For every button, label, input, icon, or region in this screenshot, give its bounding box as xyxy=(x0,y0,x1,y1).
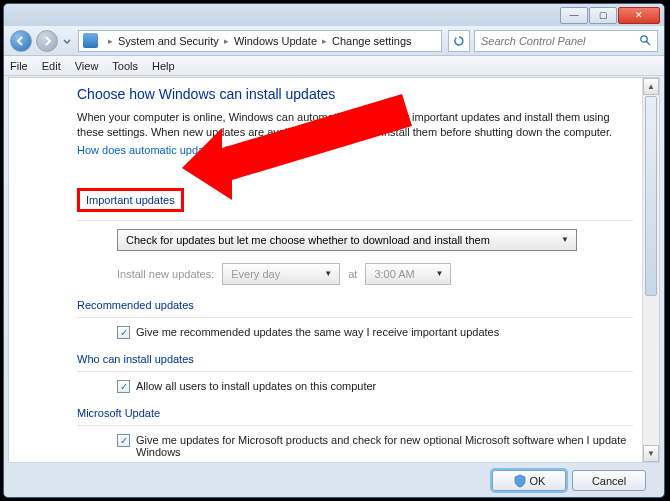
recommended-label: Give me recommended updates the same way… xyxy=(136,326,499,338)
search-box[interactable] xyxy=(474,30,658,52)
dialog-buttons: OK Cancel xyxy=(486,470,646,491)
schedule-frequency-dropdown[interactable]: Every day ▼ xyxy=(222,263,340,285)
window-frame: — ▢ ✕ ▸ System and Security ▸ Windows Up… xyxy=(3,3,665,498)
control-panel-icon xyxy=(83,33,98,48)
vertical-scrollbar[interactable]: ▲ ▼ xyxy=(642,78,659,462)
at-label: at xyxy=(348,268,357,280)
chevron-down-icon: ▼ xyxy=(432,267,446,281)
schedule-time-value: 3:00 AM xyxy=(374,268,414,280)
who-label: Allow all users to install updates on th… xyxy=(136,380,376,392)
cancel-button[interactable]: Cancel xyxy=(572,470,646,491)
forward-button[interactable] xyxy=(36,30,58,52)
scroll-down-button[interactable]: ▼ xyxy=(643,445,659,462)
menu-edit[interactable]: Edit xyxy=(42,60,61,72)
nav-bar: ▸ System and Security ▸ Windows Update ▸… xyxy=(4,26,664,56)
intro-text: When your computer is online, Windows ca… xyxy=(77,110,633,140)
content-area: Choose how Windows can install updates W… xyxy=(8,77,660,463)
close-button[interactable]: ✕ xyxy=(618,7,660,24)
titlebar: — ▢ ✕ xyxy=(4,4,664,26)
scroll-up-button[interactable]: ▲ xyxy=(643,78,659,95)
section-recommended-updates: Recommended updates xyxy=(77,299,633,311)
chevron-down-icon: ▼ xyxy=(321,267,335,281)
refresh-button[interactable] xyxy=(448,30,470,52)
chevron-right-icon: ▸ xyxy=(108,36,113,46)
section-important-updates: Important updates xyxy=(77,188,184,212)
menu-view[interactable]: View xyxy=(75,60,99,72)
chevron-down-icon: ▼ xyxy=(558,233,572,247)
scroll-thumb[interactable] xyxy=(645,96,657,296)
section-who-install: Who can install updates xyxy=(77,353,633,365)
minimize-button[interactable]: — xyxy=(560,7,588,24)
update-policy-dropdown[interactable]: Check for updates but let me choose whet… xyxy=(117,229,577,251)
msupdate-label: Give me updates for Microsoft products a… xyxy=(136,434,633,458)
menu-tools[interactable]: Tools xyxy=(112,60,138,72)
menu-file[interactable]: File xyxy=(10,60,28,72)
svg-line-1 xyxy=(647,41,651,45)
search-input[interactable] xyxy=(475,35,639,47)
menu-bar: File Edit View Tools Help xyxy=(4,56,664,76)
search-icon[interactable] xyxy=(639,34,657,48)
crumb-change-settings[interactable]: Change settings xyxy=(332,35,412,47)
recommended-checkbox[interactable]: ✓ xyxy=(117,326,130,339)
chevron-right-icon: ▸ xyxy=(224,36,229,46)
svg-point-0 xyxy=(641,35,647,41)
schedule-row: Install new updates: Every day ▼ at 3:00… xyxy=(117,263,633,285)
schedule-time-dropdown[interactable]: 3:00 AM ▼ xyxy=(365,263,451,285)
msupdate-checkbox[interactable]: ✓ xyxy=(117,434,130,447)
ok-label: OK xyxy=(530,475,546,487)
page-title: Choose how Windows can install updates xyxy=(77,86,633,102)
update-policy-value: Check for updates but let me choose whet… xyxy=(126,234,490,246)
breadcrumb[interactable]: ▸ System and Security ▸ Windows Update ▸… xyxy=(78,30,442,52)
crumb-system-security[interactable]: System and Security xyxy=(118,35,219,47)
ok-button[interactable]: OK xyxy=(492,470,566,491)
history-dropdown-icon[interactable] xyxy=(62,30,72,52)
back-button[interactable] xyxy=(10,30,32,52)
schedule-frequency-value: Every day xyxy=(231,268,280,280)
section-microsoft-update: Microsoft Update xyxy=(77,407,633,419)
how-auto-update-link[interactable]: How does automatic updating help me? xyxy=(77,144,633,156)
menu-help[interactable]: Help xyxy=(152,60,175,72)
schedule-label: Install new updates: xyxy=(117,268,214,280)
who-checkbox[interactable]: ✓ xyxy=(117,380,130,393)
crumb-windows-update[interactable]: Windows Update xyxy=(234,35,317,47)
chevron-right-icon: ▸ xyxy=(322,36,327,46)
maximize-button[interactable]: ▢ xyxy=(589,7,617,24)
shield-icon xyxy=(513,474,527,488)
